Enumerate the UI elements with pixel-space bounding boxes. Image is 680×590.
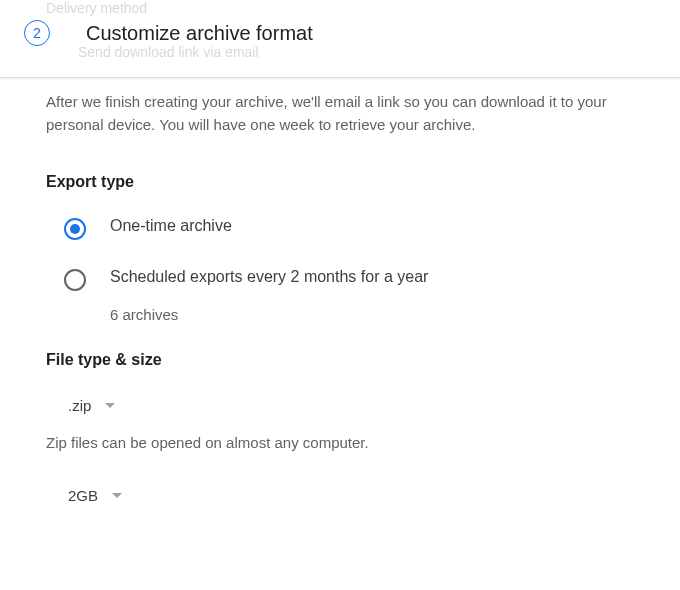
- file-type-size-title: File type & size: [46, 351, 634, 369]
- radio-scheduled-exports[interactable]: Scheduled exports every 2 months for a y…: [46, 268, 634, 323]
- radio-text-wrap: One-time archive: [110, 217, 232, 235]
- prev-section-value: Send download link via email: [78, 44, 259, 60]
- radio-icon: [64, 269, 86, 291]
- export-type-title: Export type: [46, 173, 634, 191]
- filetype-helper-text: Zip files can be opened on almost any co…: [46, 434, 634, 451]
- radio-sublabel: 6 archives: [110, 306, 428, 323]
- filetype-dropdown[interactable]: .zip: [60, 391, 123, 420]
- filesize-value: 2GB: [68, 487, 98, 504]
- radio-one-time-archive[interactable]: One-time archive: [46, 217, 634, 240]
- content-area: After we finish creating your archive, w…: [0, 78, 680, 510]
- step-title: Customize archive format: [86, 22, 313, 45]
- step-row: 2 Customize archive format: [24, 20, 313, 46]
- filesize-dropdown[interactable]: 2GB: [60, 481, 130, 510]
- radio-label: Scheduled exports every 2 months for a y…: [110, 268, 428, 286]
- step-number-badge: 2: [24, 20, 50, 46]
- prev-section-label: Delivery method: [46, 0, 147, 16]
- filetype-value: .zip: [68, 397, 91, 414]
- step-header: Delivery method 2 Customize archive form…: [0, 0, 680, 78]
- description-text: After we finish creating your archive, w…: [46, 90, 626, 137]
- chevron-down-icon: [112, 493, 122, 498]
- radio-icon: [64, 218, 86, 240]
- radio-text-wrap: Scheduled exports every 2 months for a y…: [110, 268, 428, 323]
- chevron-down-icon: [105, 403, 115, 408]
- radio-label: One-time archive: [110, 217, 232, 235]
